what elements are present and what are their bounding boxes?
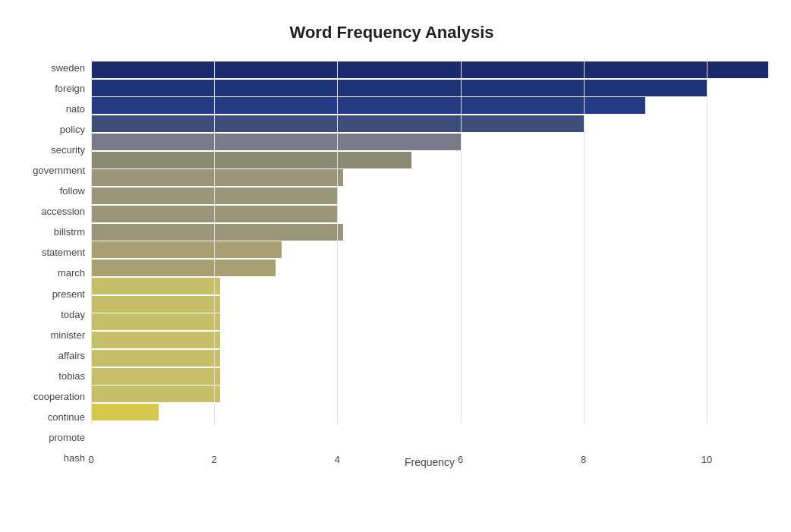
chart-container: Word Frequency Analysis swedenforeignnat… xyxy=(0,0,791,532)
bar-row xyxy=(91,187,768,205)
bar xyxy=(91,368,220,385)
y-axis-label: affairs xyxy=(58,345,85,366)
grid-line xyxy=(707,58,707,424)
x-axis-container: 0246810 xyxy=(91,427,768,450)
bars-and-grid: 0246810 Frequency xyxy=(91,58,768,468)
y-axis-label: nato xyxy=(66,99,85,119)
y-axis-label: government xyxy=(33,160,85,181)
x-tick: 10 xyxy=(701,454,712,465)
bar-row xyxy=(91,277,768,295)
y-axis-label: policy xyxy=(60,119,85,140)
y-axis-label: security xyxy=(51,140,85,160)
bar xyxy=(91,260,276,276)
x-tick: 8 xyxy=(581,454,586,465)
bar-row xyxy=(91,386,768,404)
grid-line xyxy=(337,58,338,424)
y-axis-label: cooperation xyxy=(33,386,85,407)
y-axis-label: sweden xyxy=(51,58,85,78)
bar xyxy=(91,169,343,186)
bar-row xyxy=(91,61,768,79)
y-axis-labels: swedenforeignnatopolicysecuritygovernmen… xyxy=(15,58,91,468)
y-axis-label: foreign xyxy=(55,78,85,99)
bar-row xyxy=(91,79,768,97)
bar xyxy=(91,224,343,241)
bar-row xyxy=(91,223,768,241)
bar-row xyxy=(91,331,768,349)
bar xyxy=(91,350,220,367)
y-axis-label: statement xyxy=(42,242,85,263)
bar-row xyxy=(91,403,768,421)
bar-row xyxy=(91,367,768,386)
grid-line xyxy=(584,58,585,424)
bar-row xyxy=(91,133,768,151)
bar xyxy=(91,404,159,420)
grid-and-bars xyxy=(91,58,768,424)
y-axis-label: minister xyxy=(50,325,85,345)
bar-row xyxy=(91,151,768,169)
x-tick: 4 xyxy=(335,454,340,465)
bar-row xyxy=(91,205,768,223)
x-tick: 6 xyxy=(458,454,463,465)
bar xyxy=(91,80,707,96)
bar xyxy=(91,296,220,313)
y-axis-label: hash xyxy=(64,448,85,468)
y-axis-label: continue xyxy=(48,407,85,427)
y-axis-label: present xyxy=(52,284,85,304)
y-axis-label: march xyxy=(58,263,85,283)
bar xyxy=(91,332,220,348)
y-axis-label: accession xyxy=(41,201,85,222)
y-axis-label: tobias xyxy=(58,366,85,386)
x-tick: 0 xyxy=(88,454,93,465)
bar-row xyxy=(91,313,768,332)
bar-row xyxy=(91,115,768,133)
bar-row xyxy=(91,169,768,187)
bar xyxy=(91,241,282,258)
chart-title: Word Frequency Analysis xyxy=(15,15,768,42)
bar-row xyxy=(91,259,768,277)
bar-row xyxy=(91,241,768,260)
chart-area: swedenforeignnatopolicysecuritygovernmen… xyxy=(15,58,768,468)
bar-row xyxy=(91,349,768,367)
bar xyxy=(91,278,220,294)
y-axis-label: promote xyxy=(49,427,85,448)
bar xyxy=(91,97,645,114)
x-tick: 2 xyxy=(212,454,217,465)
y-axis-label: billstrm xyxy=(54,222,85,242)
bar xyxy=(91,61,768,78)
bar-row xyxy=(91,97,768,115)
bar-row xyxy=(91,295,768,313)
bar xyxy=(91,152,411,168)
y-axis-label: today xyxy=(61,304,85,325)
bar xyxy=(91,386,220,402)
bars-wrapper xyxy=(91,58,768,424)
bar xyxy=(91,134,461,150)
bar xyxy=(91,313,220,330)
grid-line xyxy=(91,58,92,424)
x-axis-label: Frequency xyxy=(91,456,768,468)
y-axis-label: follow xyxy=(60,181,85,201)
grid-line xyxy=(214,58,215,424)
grid-line xyxy=(461,58,462,424)
